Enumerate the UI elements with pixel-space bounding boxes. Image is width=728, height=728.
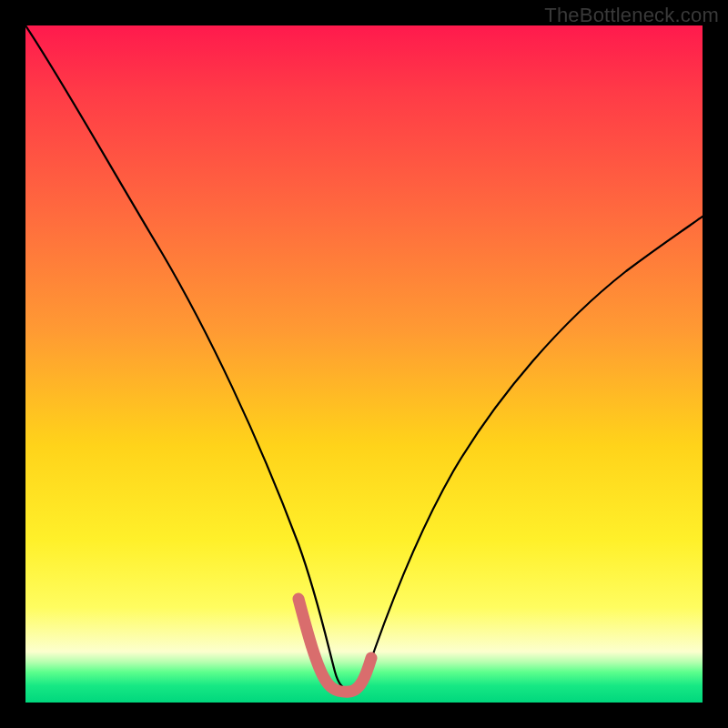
branding-watermark: TheBottleneck.com: [544, 4, 719, 27]
chart-stage: TheBottleneck.com: [0, 0, 728, 728]
plot-area: [25, 25, 703, 703]
highlight-segment: [298, 599, 371, 692]
bottleneck-curve: [25, 25, 703, 690]
chart-svg: [25, 25, 703, 703]
